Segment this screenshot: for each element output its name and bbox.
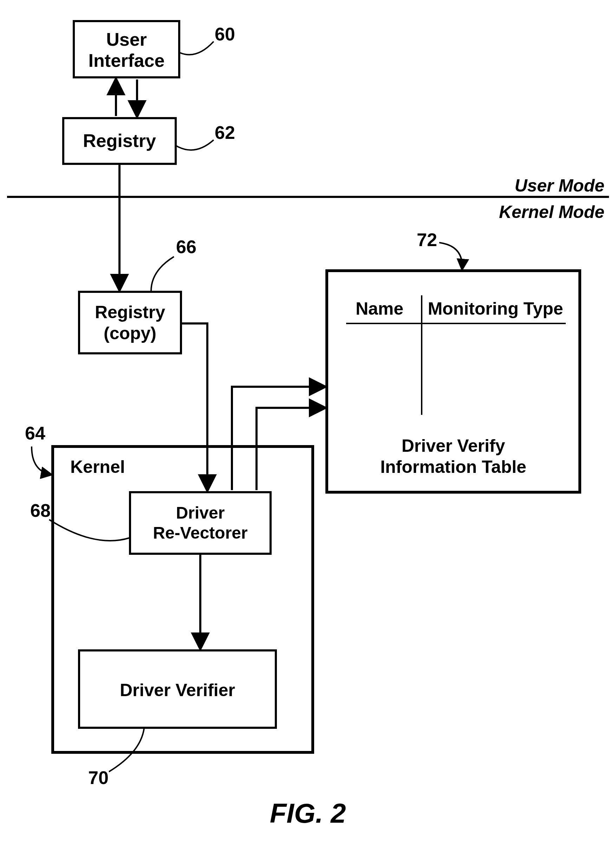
registry-copy-label-2: (copy) xyxy=(104,323,156,343)
kernel-mode-label: Kernel Mode xyxy=(499,202,604,222)
leader-66 xyxy=(151,256,174,291)
kernel-label: Kernel xyxy=(70,457,125,477)
table-caption-2: Information Table xyxy=(380,457,526,477)
ref-72: 72 xyxy=(417,230,437,250)
ref-62: 62 xyxy=(215,122,235,143)
ref-66: 66 xyxy=(176,237,197,257)
ref-70: 70 xyxy=(88,768,108,788)
table-col-name: Name xyxy=(355,299,403,319)
leader-60 xyxy=(180,42,214,55)
registry-copy-label-1: Registry xyxy=(95,302,165,322)
registry-copy-box xyxy=(79,292,181,353)
user-mode-label: User Mode xyxy=(514,176,604,196)
registry-label: Registry xyxy=(83,130,156,151)
table-col-monitoring: Monitoring Type xyxy=(428,299,563,319)
leader-72 xyxy=(439,243,462,269)
user-interface-label-2: Interface xyxy=(89,50,165,71)
diagram: User Interface 60 Registry 62 User Mode … xyxy=(0,0,616,848)
table-caption-1: Driver Verify xyxy=(402,436,505,456)
ref-64: 64 xyxy=(25,423,45,443)
figure-caption: FIG. 2 xyxy=(270,798,346,829)
leader-64 xyxy=(32,446,51,474)
user-interface-label-1: User xyxy=(106,29,147,50)
leader-62 xyxy=(176,140,214,150)
driver-revectorer-box xyxy=(130,492,271,554)
driver-verifier-label: Driver Verifier xyxy=(120,680,235,700)
driver-revectorer-label-1: Driver xyxy=(176,504,225,522)
driver-revectorer-label-2: Re-Vectorer xyxy=(153,523,247,542)
ref-60: 60 xyxy=(215,24,235,44)
ref-68: 68 xyxy=(30,500,50,521)
